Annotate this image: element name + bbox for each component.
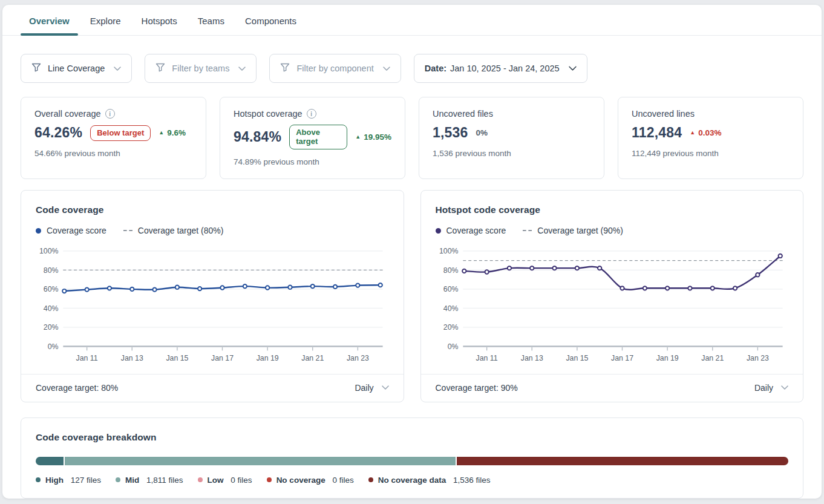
data-point[interactable]	[356, 283, 359, 287]
data-point[interactable]	[643, 286, 646, 290]
coverage-line-chart: 0%20%40%60%80%100%Jan 11Jan 13Jan 15Jan …	[36, 243, 389, 368]
svg-text:Jan 21: Jan 21	[701, 354, 724, 362]
breakdown-legend-item: Mid 1,811 files	[116, 476, 183, 485]
legend-count-label: 127 files	[68, 476, 101, 485]
dashboard-page: Overview Explore Hotspots Teams Componen…	[2, 5, 822, 499]
data-point[interactable]	[597, 266, 601, 270]
legend-count-label: 0 files	[330, 476, 354, 485]
chart-title: Hotspot code coverage	[436, 205, 789, 215]
tab-explore[interactable]: Explore	[82, 5, 129, 35]
legend-count-label: 0 files	[229, 476, 252, 485]
breakdown-segment-high	[36, 457, 64, 465]
data-point[interactable]	[379, 283, 382, 287]
stat-value: 64.26%	[34, 125, 82, 141]
data-point[interactable]	[311, 284, 315, 288]
data-point[interactable]	[220, 286, 224, 289]
data-point[interactable]	[688, 286, 692, 290]
breakdown-legend: High 127 filesMid 1,811 filesLow 0 files…	[36, 476, 788, 485]
svg-text:100%: 100%	[439, 247, 458, 255]
data-point[interactable]	[333, 285, 337, 289]
chevron-down-icon	[382, 385, 389, 390]
data-point[interactable]	[575, 266, 578, 270]
coverage-breakdown-card: Code coverage breakdown High 127 filesMi…	[21, 417, 803, 499]
stat-label: Overall coverage i	[34, 109, 192, 119]
legend-label: Coverage score	[446, 226, 506, 235]
stat-footnote: 1,536 previous month	[433, 149, 590, 158]
coverage-target-label: Coverage target: 90%	[436, 383, 518, 393]
teams-filter-placeholder: Filter by teams	[172, 64, 229, 73]
svg-text:Jan 11: Jan 11	[76, 354, 98, 362]
overall-coverage-card: Overall coverage i 64.26% Below target ▲…	[21, 97, 206, 179]
data-point[interactable]	[152, 288, 156, 292]
data-point[interactable]	[198, 287, 201, 290]
data-point[interactable]	[778, 254, 782, 258]
svg-text:Jan 11: Jan 11	[476, 354, 497, 362]
data-point[interactable]	[130, 287, 134, 291]
legend-dot-icon	[368, 477, 373, 482]
breakdown-segment-no-coverage-data	[457, 457, 788, 465]
chevron-down-icon	[114, 67, 121, 71]
breakdown-bar	[36, 457, 788, 465]
chevron-down-icon	[383, 67, 390, 71]
legend-dash-icon	[123, 230, 132, 231]
data-point[interactable]	[530, 266, 534, 270]
data-point[interactable]	[620, 286, 624, 290]
uncovered-files-card: Uncovered files 1,536 0% 1,536 previous …	[419, 97, 604, 179]
hotspot-line-chart: 0%20%40%60%80%100%Jan 11Jan 13Jan 15Jan …	[436, 243, 789, 368]
tab-hotspots[interactable]: Hotspots	[133, 5, 186, 35]
tab-components[interactable]: Components	[237, 5, 305, 35]
info-icon[interactable]: i	[307, 109, 316, 119]
funnel-icon	[280, 63, 290, 74]
info-icon[interactable]: i	[105, 109, 115, 119]
data-point[interactable]	[62, 289, 66, 293]
breakdown-title: Code coverage breakdown	[36, 432, 788, 443]
legend-dot-icon	[198, 477, 203, 482]
metric-filter-dropdown[interactable]: Line Coverage	[21, 54, 132, 83]
legend-dot-icon	[116, 477, 120, 482]
svg-text:Jan 23: Jan 23	[347, 354, 369, 362]
data-point[interactable]	[733, 286, 736, 290]
tab-overview[interactable]: Overview	[21, 5, 78, 35]
data-point[interactable]	[485, 270, 488, 273]
legend-dot-icon	[36, 477, 41, 482]
data-point[interactable]	[266, 286, 269, 289]
breakdown-segment-mid	[65, 457, 456, 465]
tab-teams[interactable]: Teams	[189, 5, 233, 35]
data-point[interactable]	[462, 269, 466, 273]
svg-text:20%: 20%	[44, 323, 59, 332]
interval-dropdown[interactable]: Daily	[355, 383, 388, 393]
chart-title: Code coverage	[36, 205, 389, 215]
data-point[interactable]	[175, 286, 179, 289]
data-point[interactable]	[756, 273, 759, 277]
chevron-down-icon	[569, 66, 577, 71]
date-value: Jan 10, 2025 - Jan 24, 2025	[450, 64, 560, 73]
stat-footnote: 54.66% previous month	[34, 149, 192, 158]
svg-text:Jan 13: Jan 13	[520, 354, 543, 362]
svg-text:80%: 80%	[44, 266, 59, 275]
stat-label: Hotspot coverage i	[234, 109, 391, 119]
svg-text:60%: 60%	[44, 285, 59, 293]
interval-dropdown[interactable]: Daily	[754, 383, 788, 393]
svg-text:Jan 19: Jan 19	[257, 354, 279, 362]
stat-label: Uncovered files	[433, 109, 590, 119]
data-point[interactable]	[288, 286, 292, 289]
legend-category-label: No coverage data	[378, 476, 446, 485]
date-range-dropdown[interactable]: Date: Jan 10, 2025 - Jan 24, 2025	[414, 54, 587, 83]
svg-text:Jan 21: Jan 21	[301, 354, 324, 362]
chart-legend: Coverage score Coverage target (90%)	[436, 226, 789, 235]
data-point[interactable]	[552, 266, 556, 270]
charts-row: Code coverage Coverage score Coverage ta…	[2, 179, 822, 402]
data-point[interactable]	[108, 286, 111, 290]
data-point[interactable]	[243, 284, 247, 288]
data-point[interactable]	[710, 286, 714, 290]
component-filter-dropdown[interactable]: Filter by component	[269, 54, 401, 83]
chart-legend: Coverage score Coverage target (80%)	[36, 226, 389, 235]
data-point[interactable]	[85, 288, 89, 292]
data-point[interactable]	[507, 266, 511, 270]
teams-filter-dropdown[interactable]: Filter by teams	[145, 54, 257, 83]
component-filter-placeholder: Filter by component	[296, 64, 373, 73]
delta-value: ▲ 19.95%	[355, 133, 391, 142]
svg-text:Jan 13: Jan 13	[121, 354, 143, 362]
data-point[interactable]	[665, 286, 669, 290]
legend-count-label: 1,811 files	[144, 476, 183, 485]
